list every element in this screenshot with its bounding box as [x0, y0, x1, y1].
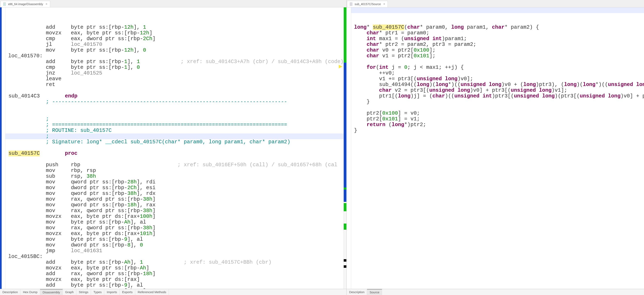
code-line: movzx eax, byte ptr ss:[rbp-Ah] [8, 265, 149, 271]
code-line: mov rbp, rsp [8, 168, 96, 174]
comment-line: ; Signature: long* __cdecl sub_40157C(ch… [8, 139, 290, 145]
code-line: jmp loc_401631 [8, 248, 102, 254]
left-gutter [0, 7, 5, 289]
left-tabbar: 0110 x86_64 image/Disassembly × [0, 0, 346, 7]
tab-imports[interactable]: Imports [104, 289, 120, 295]
disassembly-code-area[interactable]: add byte ptr ss:[rbp-12h], 1 movzx eax, … [0, 7, 346, 289]
right-gutter [346, 7, 351, 289]
tab-disassembly[interactable]: 0110 x86_64 image/Disassembly × [0, 1, 50, 7]
code-line: return (long*)ptr2; [354, 122, 426, 128]
code-line: mov rax, qword ptr ss:[rbp-38h] [8, 225, 156, 231]
source-code[interactable]: long* sub_40157C(char* param0, long para… [351, 7, 644, 289]
code-line: cmp byte ptr ss:[rbp-1], 0 [8, 64, 140, 70]
disassembly-code[interactable]: add byte ptr ss:[rbp-12h], 1 movzx eax, … [5, 7, 344, 289]
close-icon[interactable]: × [383, 2, 385, 6]
code-line: add byte ptr ss:[rbp-1], 1 ; xref: sub_4… [8, 59, 344, 65]
source-file-icon [350, 2, 353, 6]
source-code-area[interactable]: long* sub_40157C(char* param0, long para… [346, 7, 644, 289]
comment-line: ; [8, 133, 52, 139]
code-line: mov byte ptr ss:[rbp-Ah], al [8, 219, 146, 225]
code-line: add byte ptr ss:[rbp-Ah], 1 ; xref: sub_… [8, 259, 272, 265]
binary-file-icon: 0110 [3, 2, 6, 6]
code-line: add rax, qword ptr ss:[rbp-18h] [8, 271, 156, 277]
svg-text:10: 10 [4, 4, 5, 5]
code-line: char v1 = ptr2[0x101]; [354, 53, 436, 59]
code-line: movzx eax byte ptr ss:[rbp-9] [8, 288, 146, 289]
tab-source-bottom[interactable]: Source [367, 289, 382, 295]
code-line: char* ptr1 = param0; [354, 30, 429, 36]
code-line: for(int j = 0; j < max1; ++j) { [354, 64, 464, 70]
close-icon[interactable]: × [46, 2, 47, 6]
code-line: mov byte ptr ss:[rbp-12h], 0 [8, 47, 146, 53]
code-line: } [354, 99, 370, 105]
label-loc_4015BC: loc_4015BC: [8, 254, 42, 260]
code-line: leave [8, 76, 62, 82]
code-line: sub rsp, 38h [8, 173, 96, 179]
code-line: } [354, 128, 357, 133]
tab-title: x86_64 image/Disassembly [8, 2, 43, 6]
code-line: mov dword ptr ss:[rbp-2Ch], esi [8, 185, 156, 191]
code-line: char v2 = ptr3[(unsigned long)v0] + ptr3… [354, 87, 567, 93]
label-loc_401570: loc_401570: [8, 53, 42, 59]
code-line: ptr2[0x101] = v1; [354, 116, 420, 122]
tab-disassembly-bottom[interactable]: Disassembly [40, 289, 63, 295]
code-line: sub_401494((long)(long*)((unsigned long)… [354, 82, 644, 88]
code-line: mov qword ptr ss:[rbp-28h], rdi [8, 179, 156, 185]
comment-line: ; [8, 116, 52, 122]
tab-description[interactable]: Description [0, 289, 20, 295]
tab-graph[interactable]: Graph [63, 289, 76, 295]
sub-label: sub_4014C3 endp [5, 93, 78, 99]
left-bottom-tabs: Description Hex Dump Disassembly Graph S… [0, 289, 346, 295]
code-line: movzx eax, byte ptr ds:[rax+101h] [8, 231, 156, 237]
code-line: movzx eax, byte ptr ds:[rax] [8, 277, 140, 283]
tab-hex-dump[interactable]: Hex Dump [20, 289, 40, 295]
sub-label: sub_40157C proc [5, 150, 78, 156]
code-line: ++v0; [354, 70, 395, 76]
code-line: movzx eax, byte ptr ss:[rbp-12h] [8, 30, 152, 36]
left-pane: 0110 x86_64 image/Disassembly × add byte… [0, 0, 346, 295]
comment-line: ; --------------------------------------… [8, 99, 287, 105]
tab-description-right[interactable]: Description [346, 289, 367, 295]
right-bottom-tabs: Description Source [346, 289, 644, 295]
tab-source[interactable]: sub_40157C/Source × [347, 1, 388, 7]
code-line: long* sub_40157C(char* param0, long para… [354, 24, 539, 30]
code-line: ret [8, 82, 55, 88]
code-line: mov qword ptr ss:[rbp-18h], rax [8, 202, 156, 208]
tab-title: sub_40157C/Source [354, 2, 381, 6]
code-line: char* ptr2 = param2, ptr3 = param2; [354, 41, 476, 47]
comment-line: ; ======================================… [8, 122, 287, 128]
code-line: char v0 = ptr2[0x100]; [354, 47, 436, 53]
comment-line: ; ROUTINE: sub_40157C [8, 128, 112, 133]
tab-types[interactable]: Types [91, 289, 104, 295]
code-line: cmp eax, dword ptr ss:[rbp-2Ch] [8, 36, 156, 42]
code-line: mov byte ptr ss:[rbp-9], al [8, 237, 143, 242]
code-line: mov qword ptr ss:[rbp-38h], rdx [8, 191, 156, 197]
code-line: push rbp ; xref: sub_4016EF+50h (call) /… [8, 162, 337, 168]
code-line: jnz loc_401525 [8, 70, 102, 76]
tab-referenced-methods[interactable]: Referenced Methods [135, 289, 169, 295]
code-line: v1 += ptr3[(unsigned long)v0]; [354, 76, 473, 82]
code-line: mov dword ptr ss:[rbp-8], 0 [8, 242, 143, 248]
code-line: jl loc_401570 [8, 41, 102, 47]
code-line: add byte ptr ss:[rbp-9], al [8, 282, 143, 288]
code-line: mov rax, qword ptr ss:[rbp-38h] [8, 208, 156, 214]
code-line: movzx eax, byte ptr ds:[rax+100h] [8, 214, 156, 220]
tab-strings[interactable]: Strings [76, 289, 91, 295]
minimap[interactable] [344, 7, 346, 289]
right-pane: sub_40157C/Source × Call the Assistant l… [346, 0, 644, 295]
code-line: ptr2[0x100] = v0; [354, 110, 420, 116]
right-tabbar: sub_40157C/Source × [346, 0, 644, 7]
code-line: add byte ptr ss:[rbp-12h], 1 [8, 24, 146, 30]
code-line: mov rax, qword ptr ss:[rbp-38h] [8, 196, 156, 202]
tab-exports[interactable]: Exports [120, 289, 135, 295]
code-line: ptr1[(long)j] = (char)((unsigned int)ptr… [354, 93, 644, 99]
code-line: int max1 = (unsigned int)param1; [354, 36, 467, 42]
